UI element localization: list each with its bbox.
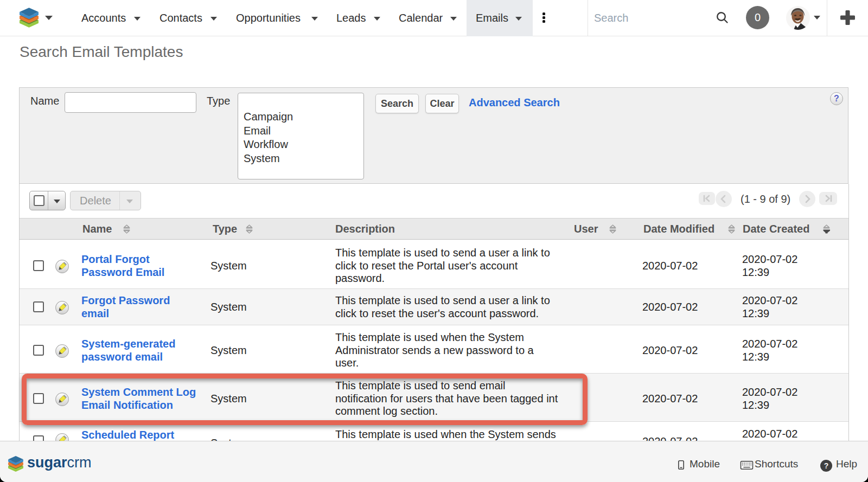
svg-text:?: ? [824, 461, 829, 470]
